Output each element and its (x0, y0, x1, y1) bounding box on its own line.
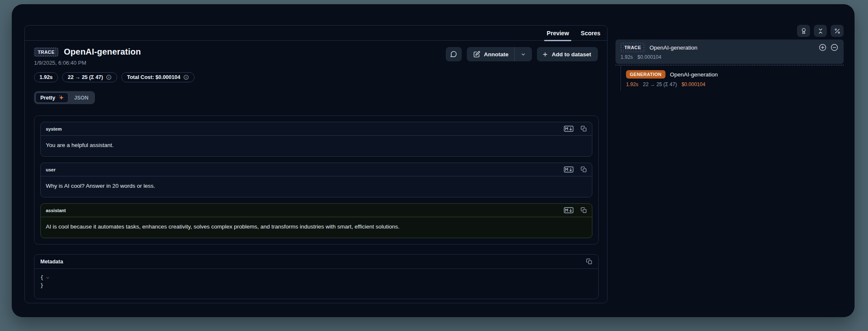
edit-pencil-icon (473, 51, 480, 58)
message-card-assistant: assistant (40, 203, 592, 238)
plus-icon (542, 51, 548, 58)
zoom-in-icon[interactable] (818, 43, 827, 52)
chevron-down-icon (521, 52, 526, 57)
comment-bubble-icon (450, 51, 457, 58)
io-format-tabs: Pretty JSON (34, 91, 95, 104)
message-content: AI is cool because it automates tasks, e… (41, 217, 592, 238)
app-window: Preview Scores TRACE OpenAI-generation 1… (12, 4, 855, 317)
scores-award-button[interactable] (797, 25, 810, 37)
trace-timestamp: 1/9/2025, 6:06:40 PM (34, 60, 141, 66)
fold-vertical-icon (817, 28, 824, 34)
info-icon[interactable] (183, 74, 189, 80)
trace-detail-panel: Preview Scores TRACE OpenAI-generation 1… (24, 25, 608, 303)
annotate-split-button: Annotate (467, 47, 532, 61)
award-icon (800, 28, 807, 34)
message-card-system: system (40, 122, 592, 157)
message-role: system (46, 126, 62, 131)
copy-icon[interactable] (581, 166, 587, 173)
tree-trace-latency: 1.92s (621, 54, 633, 60)
copy-icon[interactable] (581, 126, 587, 132)
toolbar: Annotate (446, 47, 598, 61)
panel-header: Preview Scores (25, 26, 607, 41)
percent-icon (834, 28, 841, 34)
message-role: assistant (46, 208, 66, 213)
tokens-pill: 22 → 25 (Σ 47) (62, 72, 117, 82)
trace-metric-pills: 1.92s 22 → 25 (Σ 47) Total Cost: $0.0001… (34, 72, 598, 82)
message-content: Why is AI cool? Answer in 20 words or le… (41, 176, 592, 197)
comment-button[interactable] (446, 47, 462, 61)
tree-trace-name: OpenAI-generation (650, 45, 697, 51)
page-title: OpenAI-generation (64, 47, 141, 57)
add-to-dataset-label: Add to dataset (552, 51, 591, 58)
metrics-percent-button[interactable] (831, 25, 844, 37)
trace-tree-sidebar: TRACE OpenAI-generation (615, 25, 844, 91)
tree-generation-name: OpenAI-generation (670, 71, 718, 78)
pretty-label: Pretty (40, 95, 55, 101)
annotate-dropdown-button[interactable] (515, 47, 532, 61)
markdown-toggle-icon[interactable] (564, 166, 573, 173)
add-to-dataset-button[interactable]: Add to dataset (537, 47, 598, 61)
collapse-all-button[interactable] (814, 25, 827, 37)
sparkles-icon (58, 95, 64, 101)
tree-row-generation[interactable]: GENERATION OpenAI-generation 1.92s 22 → … (626, 70, 844, 87)
metadata-title: Metadata (40, 259, 63, 265)
message-role: user (46, 167, 55, 172)
generation-type-badge: GENERATION (626, 70, 665, 79)
copy-icon[interactable] (581, 207, 587, 213)
tab-pretty[interactable]: Pretty (35, 92, 68, 103)
annotate-label: Annotate (484, 51, 509, 58)
tree-toolbar (615, 25, 844, 37)
annotate-button[interactable]: Annotate (467, 47, 515, 61)
messages-container: system (34, 116, 599, 244)
tree-generation-tokens: 22 → 25 (Σ 47) (643, 81, 677, 87)
tab-scores[interactable]: Scores (581, 26, 600, 40)
metadata-card: Metadata { (34, 254, 599, 299)
markdown-toggle-icon[interactable] (564, 207, 573, 213)
tree-trace-cost: $0.000104 (637, 54, 661, 60)
zoom-out-icon[interactable] (830, 43, 839, 52)
markdown-toggle-icon[interactable] (564, 126, 573, 132)
cost-pill: Total Cost: $0.000104 (121, 72, 195, 82)
message-content: You are a helpful assistant. (41, 136, 592, 156)
panel-body: TRACE OpenAI-generation 1/9/2025, 6:06:4… (25, 41, 607, 299)
latency-pill: 1.92s (34, 72, 58, 82)
info-icon[interactable] (106, 74, 112, 80)
tree-generation-latency: 1.92s (626, 81, 638, 87)
message-card-user: user (40, 163, 592, 197)
trace-type-badge: TRACE (34, 47, 58, 57)
tab-preview[interactable]: Preview (547, 26, 569, 40)
copy-icon[interactable] (586, 258, 592, 265)
tree-children: GENERATION OpenAI-generation 1.92s 22 → … (621, 66, 844, 91)
collapse-chevron-icon[interactable] (45, 276, 50, 280)
tree-row-trace[interactable]: TRACE OpenAI-generation (615, 39, 844, 64)
trace-type-badge: TRACE (621, 43, 645, 52)
metadata-json: { } (34, 269, 598, 299)
tab-json[interactable]: JSON (68, 93, 94, 103)
tree-generation-cost: $0.000104 (681, 81, 705, 87)
